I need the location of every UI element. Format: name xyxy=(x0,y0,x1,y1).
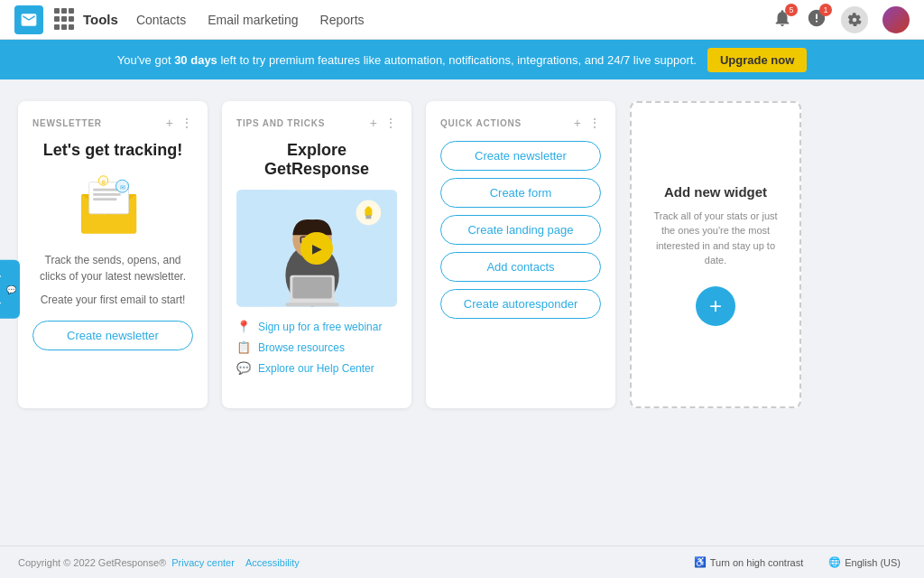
quick-header-icons: + ⋮ xyxy=(574,116,601,130)
nav-email-marketing[interactable]: Email marketing xyxy=(208,13,298,27)
notifications-icon[interactable]: 5 xyxy=(772,8,792,32)
main-content-area: NEWSLETTER + ⋮ Let's get tracking! ✉ xyxy=(0,79,924,426)
tips-label: TIPS AND TRICKS xyxy=(236,118,325,128)
tips-widget: TIPS AND TRICKS + ⋮ Explore GetResponse xyxy=(222,101,411,408)
topnav-right-section: 5 1 xyxy=(772,6,910,33)
footer-language-link[interactable]: 🌐 English (US) xyxy=(828,556,901,568)
tips-add-icon[interactable]: + xyxy=(370,116,377,130)
tips-title: Explore GetResponse xyxy=(236,141,397,179)
newsletter-widget: NEWSLETTER + ⋮ Let's get tracking! ✉ xyxy=(18,101,208,408)
svg-rect-5 xyxy=(93,198,116,200)
chat-sidebar[interactable]: 💬 Chat 24/7 xyxy=(0,260,20,319)
create-newsletter-button-widget[interactable]: Create newsletter xyxy=(32,321,193,350)
notifications-badge: 5 xyxy=(785,4,798,16)
globe-icon: 🌐 xyxy=(828,556,841,568)
tips-help-link[interactable]: 💬 Explore our Help Center xyxy=(236,361,397,375)
footer-right-section: ♿ Turn on high contrast 🌐 English (US) xyxy=(688,556,906,568)
svg-text:✉: ✉ xyxy=(120,184,125,191)
footer-language-text: English (US) xyxy=(845,557,901,568)
newsletter-subdescription: Create your first email to start! xyxy=(32,294,193,306)
envelope-illustration: ✉ ⚙ xyxy=(32,174,193,238)
quick-actions-label: QUICK ACTIONS xyxy=(440,118,522,128)
footer-contrast-text: Turn on high contrast xyxy=(710,557,804,568)
add-widget-button[interactable]: + xyxy=(696,286,735,326)
quick-add-icon[interactable]: + xyxy=(574,116,581,130)
play-video-button[interactable]: ▶ xyxy=(300,232,333,265)
settings-icon[interactable] xyxy=(841,6,868,33)
svg-rect-18 xyxy=(285,303,338,306)
page-footer: Copyright © 2022 GetResponse® Privacy ce… xyxy=(0,545,924,578)
nav-reports[interactable]: Reports xyxy=(320,13,365,27)
create-newsletter-quick-button[interactable]: Create newsletter xyxy=(440,141,601,171)
tools-menu[interactable]: Tools xyxy=(83,12,118,27)
newsletter-title: Let's get tracking! xyxy=(32,141,193,160)
quick-actions-widget: QUICK ACTIONS + ⋮ Create newsletter Crea… xyxy=(426,101,615,408)
tips-webinar-text: Sign up for a free webinar xyxy=(258,321,382,333)
chat-sidebar-label: Chat 24/7 xyxy=(0,269,2,310)
book-icon: 📋 xyxy=(236,340,251,354)
newsletter-more-icon[interactable]: ⋮ xyxy=(180,116,193,130)
newsletter-add-icon[interactable]: + xyxy=(166,116,173,130)
user-avatar[interactable] xyxy=(882,6,910,33)
tips-resources-text: Browse resources xyxy=(258,341,345,354)
grid-apps-icon[interactable] xyxy=(54,8,78,32)
svg-rect-20 xyxy=(365,215,371,219)
pin-icon: 📍 xyxy=(236,320,251,333)
svg-text:⚙: ⚙ xyxy=(101,179,106,185)
newsletter-description: Track the sends, opens, and clicks of yo… xyxy=(32,252,193,284)
chat-icon: 💬 xyxy=(7,284,16,294)
tips-image: ▶ xyxy=(236,190,397,307)
add-contacts-quick-button[interactable]: Add contacts xyxy=(440,252,601,282)
quick-more-icon[interactable]: ⋮ xyxy=(588,116,601,130)
newsletter-label: NEWSLETTER xyxy=(32,118,102,128)
newsletter-card-header: NEWSLETTER + ⋮ xyxy=(32,116,193,130)
upgrade-banner: You've got 30 days left to try premium f… xyxy=(0,40,924,79)
tips-links-list: 📍 Sign up for a free webinar 📋 Browse re… xyxy=(236,320,397,375)
footer-copyright: Copyright © 2022 GetResponse® xyxy=(18,557,166,568)
footer-contrast-link[interactable]: ♿ Turn on high contrast xyxy=(694,556,804,568)
create-autoresponder-quick-button[interactable]: Create autoresponder xyxy=(440,289,601,319)
tips-webinar-link[interactable]: 📍 Sign up for a free webinar xyxy=(236,320,397,333)
tips-help-text: Explore our Help Center xyxy=(258,362,374,375)
newsletter-header-icons: + ⋮ xyxy=(166,116,193,130)
tips-resources-link[interactable]: 📋 Browse resources xyxy=(236,340,397,354)
top-navigation: Tools Contacts Email marketing Reports 5… xyxy=(0,0,924,40)
footer-privacy-link[interactable]: Privacy center xyxy=(171,557,235,568)
create-form-quick-button[interactable]: Create form xyxy=(440,178,601,208)
main-nav-links: Contacts Email marketing Reports xyxy=(136,13,365,27)
add-widget-title: Add new widget xyxy=(664,184,767,200)
contrast-icon: ♿ xyxy=(694,556,707,568)
svg-rect-17 xyxy=(292,277,332,299)
quick-card-header: QUICK ACTIONS + ⋮ xyxy=(440,116,601,130)
nav-contacts[interactable]: Contacts xyxy=(136,13,186,27)
svg-rect-4 xyxy=(93,193,121,196)
tips-more-icon[interactable]: ⋮ xyxy=(384,116,397,130)
tips-card-header: TIPS AND TRICKS + ⋮ xyxy=(236,116,397,130)
help-icon: 💬 xyxy=(236,361,251,375)
footer-accessibility-link[interactable]: Accessibility xyxy=(245,557,300,568)
alerts-icon[interactable]: 1 xyxy=(807,8,827,32)
add-widget-description: Track all of your stats or just the ones… xyxy=(650,209,781,268)
alerts-badge: 1 xyxy=(819,4,832,16)
banner-text: You've got 30 days left to try premium f… xyxy=(117,53,697,67)
tips-header-icons: + ⋮ xyxy=(370,116,397,130)
add-widget-card: Add new widget Track all of your stats o… xyxy=(630,101,801,408)
logo[interactable] xyxy=(14,5,43,34)
upgrade-now-button[interactable]: Upgrade now xyxy=(707,48,807,72)
create-landing-page-quick-button[interactable]: Create landing page xyxy=(440,215,601,245)
